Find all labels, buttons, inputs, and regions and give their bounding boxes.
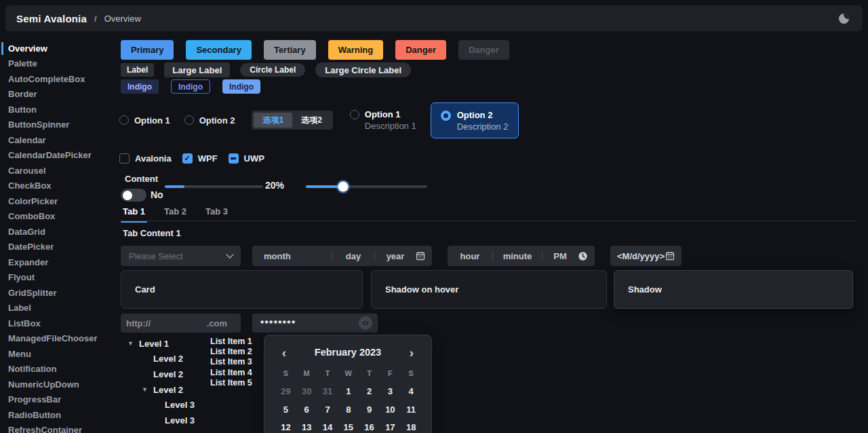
slider-with-thumb[interactable] [306, 185, 427, 188]
checkbox[interactable]: ✓ UWP [229, 153, 264, 164]
tree-node[interactable]: ▼ Level 3 [126, 413, 208, 428]
sidebar-item[interactable]: Expander [8, 255, 115, 270]
checkbox[interactable]: ✓ Avalonia [119, 153, 172, 164]
sidebar-item[interactable]: Notification [8, 362, 115, 377]
calendar-day-cell[interactable]: 13 [296, 422, 317, 433]
tree-node[interactable]: ▼ Level 2 [126, 366, 208, 382]
calendar-day-cell[interactable]: 9 [359, 404, 380, 417]
password-input[interactable]: ******** [252, 314, 378, 333]
list-item[interactable]: List Item 2 [210, 346, 252, 356]
calendar-date-picker[interactable]: <M/d/yyyy> [610, 246, 682, 266]
calendar-icon[interactable] [665, 251, 675, 261]
time-hour-segment[interactable]: hour [448, 251, 492, 261]
demo-button[interactable]: Danger [395, 40, 446, 60]
sidebar-item[interactable]: ListBox [8, 316, 115, 331]
segmented-option[interactable]: 选项2 [292, 113, 331, 128]
date-picker-segmented[interactable]: month day year [252, 246, 432, 266]
sidebar-item[interactable]: ManagedFileChooser [8, 331, 115, 347]
url-input[interactable]: http:// .com [121, 314, 241, 333]
calendar-day-cell[interactable]: 3 [380, 386, 401, 398]
calendar-day-cell[interactable]: 5 [275, 404, 296, 417]
sidebar-item[interactable]: ProgressBar [8, 392, 115, 408]
demo-button[interactable]: Primary [121, 40, 174, 60]
expander-arrow-icon[interactable]: ▼ [127, 340, 139, 347]
sidebar-item[interactable]: CalendarDatePicker [8, 148, 115, 164]
card-shadow-on-hover[interactable]: Shadow on hover [371, 270, 607, 309]
expander-arrow-icon[interactable]: ▼ [142, 386, 153, 393]
radio-card-selected[interactable]: Option 2 Description 2 [431, 102, 519, 138]
chevron-right-icon[interactable]: › [403, 346, 420, 359]
demo-button[interactable]: Tertiary [264, 40, 316, 60]
calendar-day-cell[interactable]: 18 [401, 422, 422, 433]
sidebar-item[interactable]: Label [8, 301, 115, 316]
clock-icon[interactable] [578, 251, 595, 261]
calendar-day-cell[interactable]: 31 [317, 386, 338, 398]
calendar-month-title[interactable]: February 2023 [293, 347, 403, 358]
tree-node[interactable]: ▼ Level 2 [126, 352, 208, 367]
radio-with-description[interactable]: Option 1 Description 1 [350, 109, 416, 132]
date-day-segment[interactable]: day [332, 251, 374, 261]
sidebar-item[interactable]: GridSplitter [8, 285, 115, 301]
calendar-day-cell[interactable]: 30 [296, 386, 317, 398]
tree-node[interactable]: ▼ Level 1 [126, 336, 208, 352]
calendar-day-cell[interactable]: 14 [317, 422, 338, 433]
calendar-icon[interactable] [416, 251, 432, 261]
calendar-day-cell[interactable]: 11 [401, 404, 422, 417]
tree-node[interactable]: ▼ Level 3 [126, 397, 208, 413]
show-password-button[interactable] [359, 316, 372, 330]
demo-button[interactable]: Secondary [186, 40, 251, 60]
list-item[interactable]: List Item 1 [210, 336, 252, 346]
sidebar-item[interactable]: Calendar [8, 132, 115, 148]
demo-button[interactable]: Warning [328, 40, 384, 60]
calendar-day-cell[interactable]: 15 [338, 422, 359, 433]
calendar-day-cell[interactable]: 8 [338, 404, 359, 417]
checkbox[interactable]: ✓ WPF [182, 153, 218, 164]
sidebar-item[interactable]: ButtonSpinner [8, 117, 115, 133]
sidebar-item[interactable]: Menu [8, 346, 115, 362]
sidebar-item[interactable]: RefreshContainer [8, 423, 115, 433]
sidebar-item[interactable]: NumericUpDown [8, 377, 115, 392]
combobox-please-select[interactable]: Please Select [121, 246, 241, 266]
list-item[interactable]: List Item 3 [210, 357, 252, 367]
calendar-day-cell[interactable]: 6 [296, 404, 317, 417]
time-meridiem-segment[interactable]: PM [542, 251, 578, 261]
demo-button[interactable]: Danger [458, 40, 509, 60]
sidebar-item[interactable]: ComboBox [8, 209, 115, 225]
list-item[interactable]: List Item 5 [210, 378, 252, 388]
chevron-left-icon[interactable]: ‹ [275, 346, 293, 359]
date-year-segment[interactable]: year [375, 251, 416, 261]
list-item[interactable]: List Item 4 [210, 367, 252, 377]
slider-2-thumb[interactable] [338, 182, 349, 192]
sidebar-item[interactable]: DataGrid [8, 224, 115, 240]
sidebar-item[interactable]: DatePicker [8, 240, 115, 255]
sidebar-item[interactable]: ColorPicker [8, 193, 115, 209]
calendar-day-cell[interactable]: 10 [380, 404, 401, 417]
slider-basic[interactable] [165, 185, 263, 188]
calendar-day-cell[interactable]: 16 [359, 422, 380, 433]
tree-node[interactable]: ▼ Level 2 [126, 382, 208, 398]
segmented-option-selected[interactable]: 选项1 [254, 113, 292, 128]
sidebar-item[interactable]: Border [8, 87, 115, 102]
calendar-day-cell[interactable]: 2 [359, 386, 380, 398]
sidebar-item[interactable]: CheckBox [8, 178, 115, 194]
time-minute-segment[interactable]: minute [493, 251, 542, 261]
time-picker-segmented[interactable]: hour minute PM [448, 246, 595, 266]
calendar-day-cell[interactable]: 7 [317, 404, 338, 417]
calendar-day-cell[interactable]: 4 [401, 386, 422, 398]
date-month-segment[interactable]: month [252, 251, 332, 261]
theme-toggle-button[interactable] [835, 10, 852, 26]
radio-option-2[interactable]: Option 2 [184, 115, 235, 126]
sidebar-item[interactable]: Overview [8, 41, 115, 56]
sidebar-item[interactable]: RadioButton [8, 407, 115, 423]
sidebar-item[interactable]: Flyout [8, 270, 115, 286]
sidebar-item[interactable]: Button [8, 102, 115, 117]
sidebar-item[interactable]: AutoCompleteBox [8, 71, 115, 87]
sidebar-item[interactable]: Carousel [8, 163, 115, 178]
calendar-day-cell[interactable]: 1 [338, 386, 359, 398]
calendar-day-cell[interactable]: 17 [380, 422, 401, 433]
sidebar-item[interactable]: Palette [8, 56, 115, 72]
radio-option-1[interactable]: Option 1 [119, 115, 170, 126]
calendar-day-cell[interactable]: 12 [275, 422, 296, 433]
toggle-switch-off[interactable] [121, 189, 146, 202]
calendar-day-cell[interactable]: 29 [275, 386, 296, 398]
